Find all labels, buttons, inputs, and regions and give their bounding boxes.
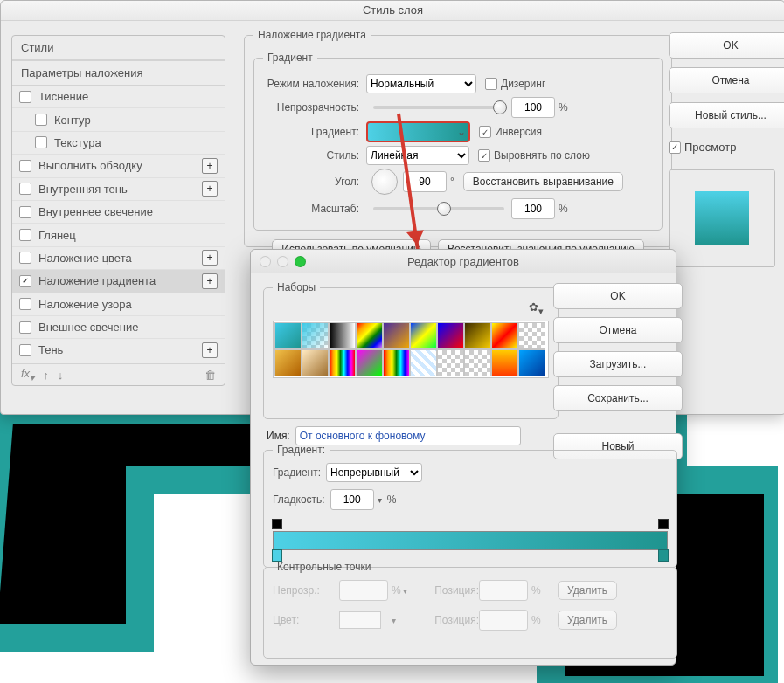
blending-options[interactable]: Параметры наложения xyxy=(12,60,225,86)
trash-icon[interactable]: 🗑 xyxy=(205,369,216,382)
style-gradient-overlay[interactable]: Наложение градиента+ xyxy=(12,270,225,293)
scale-input[interactable] xyxy=(511,198,555,219)
gradient-name-row: Имя: xyxy=(267,426,521,445)
gradient-row: Градиент: ⌄ Инверсия xyxy=(263,121,653,142)
move-up-icon[interactable]: ↑ xyxy=(43,369,49,382)
ok-button[interactable]: OK xyxy=(669,32,784,59)
checkbox-icon xyxy=(669,141,681,154)
checkbox-icon[interactable] xyxy=(35,136,47,148)
color-stop[interactable] xyxy=(272,549,282,562)
add-effect-icon[interactable]: + xyxy=(202,250,218,266)
gear-icon[interactable]: ✿▾ xyxy=(529,300,544,317)
preset-thumb[interactable] xyxy=(410,322,437,349)
checkbox-icon[interactable] xyxy=(19,229,31,241)
gradient-group: Градиент Режим наложения: Нормальный Диз… xyxy=(253,52,663,231)
stop-color-swatch[interactable] xyxy=(339,611,381,629)
checkbox-icon[interactable] xyxy=(19,183,31,195)
preview-swatch xyxy=(669,169,775,267)
style-stroke[interactable]: Выполнить обводку+ xyxy=(12,155,225,177)
checkbox-icon[interactable] xyxy=(19,321,31,334)
editor-cancel-button[interactable]: Отмена xyxy=(553,317,683,343)
preset-thumb[interactable] xyxy=(491,322,518,349)
preset-thumb[interactable] xyxy=(302,349,329,376)
preset-thumb[interactable] xyxy=(437,349,464,376)
checkbox-icon[interactable] xyxy=(19,91,31,103)
preset-thumb[interactable] xyxy=(518,349,545,376)
add-effect-icon[interactable]: + xyxy=(202,181,218,197)
opacity-stop[interactable] xyxy=(272,519,282,529)
preset-thumb[interactable] xyxy=(356,349,383,376)
editor-save-button[interactable]: Сохранить... xyxy=(553,385,683,411)
stop-pos2-input[interactable] xyxy=(479,610,528,631)
checkbox-icon[interactable] xyxy=(35,114,47,126)
cancel-button[interactable]: Отмена xyxy=(669,67,784,93)
stop-opacity-input[interactable] xyxy=(339,580,388,601)
new-style-button[interactable]: Новый стиль... xyxy=(669,102,784,128)
gradient-style-select[interactable]: Линейная xyxy=(366,146,469,165)
smooth-input[interactable] xyxy=(330,489,374,510)
blend-mode-select[interactable]: Нормальный xyxy=(366,74,476,93)
gradient-name-input[interactable] xyxy=(295,426,521,445)
checkbox-icon[interactable] xyxy=(19,206,31,218)
preset-grid[interactable] xyxy=(273,321,549,378)
preset-thumb[interactable] xyxy=(410,349,437,376)
checkbox-icon[interactable] xyxy=(19,252,31,264)
fx-icon[interactable]: fx▾ xyxy=(21,367,34,383)
style-pattern-overlay[interactable]: Наложение узора xyxy=(12,293,225,316)
delete-stop2-button[interactable]: Удалить xyxy=(558,611,617,630)
style-bevel[interactable]: Тиснение xyxy=(12,86,225,108)
opacity-stop[interactable] xyxy=(658,519,669,529)
style-inner-glow[interactable]: Внутреннее свечение xyxy=(12,201,225,224)
preset-thumb[interactable] xyxy=(464,349,491,376)
gradient-swatch[interactable]: ⌄ xyxy=(366,121,470,142)
preset-thumb[interactable] xyxy=(383,322,410,349)
opacity-input[interactable] xyxy=(511,97,555,118)
editor-ok-button[interactable]: OK xyxy=(553,283,683,309)
preset-thumb[interactable] xyxy=(274,322,302,349)
add-effect-icon[interactable]: + xyxy=(202,158,218,174)
add-effect-icon[interactable]: + xyxy=(202,342,218,358)
reset-align-button[interactable]: Восстановить выравнивание xyxy=(463,172,623,191)
preset-thumb[interactable] xyxy=(437,322,464,349)
dither-checkbox[interactable] xyxy=(485,78,497,90)
preset-thumb[interactable] xyxy=(274,349,302,376)
opacity-slider[interactable] xyxy=(373,106,504,109)
chevron-down-icon[interactable] xyxy=(378,493,382,506)
angle-row: Угол: ° Восстановить выравнивание xyxy=(263,169,653,195)
stop-pos-input[interactable] xyxy=(479,580,528,601)
style-inner-shadow[interactable]: Внутренняя тень+ xyxy=(12,178,225,201)
gradient-bar[interactable] xyxy=(273,522,668,557)
delete-stop-button[interactable]: Удалить xyxy=(558,581,617,600)
editor-load-button[interactable]: Загрузить... xyxy=(553,351,683,377)
styles-panel: Стили Параметры наложения Тиснение Конту… xyxy=(11,35,225,386)
preset-thumb[interactable] xyxy=(491,349,518,376)
preset-thumb[interactable] xyxy=(383,349,410,376)
preset-thumb[interactable] xyxy=(329,349,356,376)
checkbox-icon[interactable] xyxy=(19,298,31,310)
align-checkbox[interactable] xyxy=(478,149,490,162)
preset-thumb[interactable] xyxy=(464,322,491,349)
chevron-down-icon[interactable]: ⌄ xyxy=(454,126,468,138)
style-outer-glow[interactable]: Внешнее свечение xyxy=(12,316,225,339)
preview-toggle[interactable]: Просмотр xyxy=(669,141,774,154)
preset-thumb[interactable] xyxy=(329,322,356,349)
preset-thumb[interactable] xyxy=(356,322,383,349)
style-color-overlay[interactable]: Наложение цвета+ xyxy=(12,247,225,270)
scale-slider[interactable] xyxy=(373,207,504,210)
reverse-checkbox[interactable] xyxy=(479,126,491,138)
angle-dial[interactable] xyxy=(371,169,398,195)
style-row-form: Стиль: Линейная Выровнять по слою xyxy=(263,146,653,165)
add-effect-icon[interactable]: + xyxy=(202,273,218,289)
style-contour[interactable]: Контур xyxy=(12,108,225,131)
checkbox-icon[interactable] xyxy=(19,160,31,172)
style-satin[interactable]: Глянец xyxy=(12,224,225,246)
gradient-type-select[interactable]: Непрерывный xyxy=(326,463,422,482)
style-drop-shadow[interactable]: Тень+ xyxy=(12,339,225,362)
checkbox-icon[interactable] xyxy=(19,344,31,356)
move-down-icon[interactable]: ↓ xyxy=(58,369,64,382)
style-texture[interactable]: Текстура xyxy=(12,132,225,155)
color-stop[interactable] xyxy=(658,549,669,562)
checkbox-icon[interactable] xyxy=(19,275,31,287)
preset-thumb[interactable] xyxy=(518,322,545,349)
preset-thumb[interactable] xyxy=(302,322,329,349)
